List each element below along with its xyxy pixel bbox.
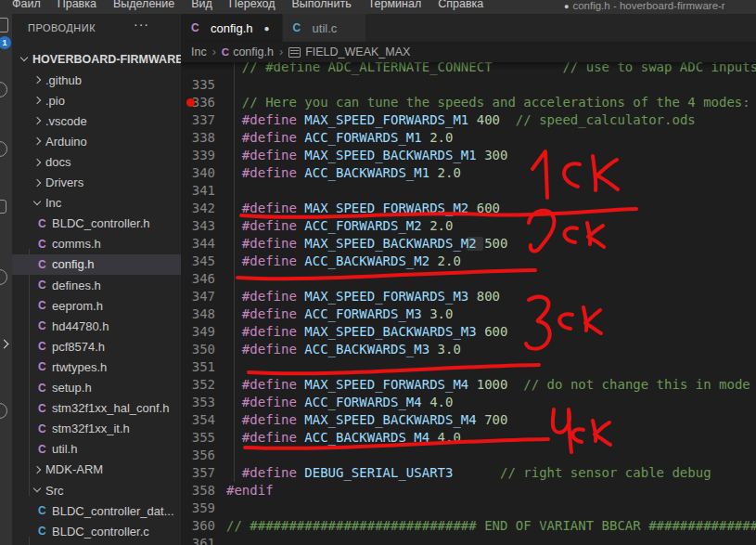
- code-token: #define: [226, 324, 297, 339]
- symbol-file-icon: C: [222, 46, 229, 58]
- tree-item[interactable]: C BLDC_controller_dat...: [12, 500, 181, 521]
- tree-item[interactable]: C stm32f1xx_it.h: [12, 419, 181, 439]
- code-line[interactable]: 345 #define ACC_BACKWARDS_M2 2.0: [181, 253, 756, 270]
- code-line[interactable]: 340 #define ACC_BACKWARDS_M1 2.0: [181, 164, 756, 182]
- editor-tab[interactable]: C util.c: [283, 14, 367, 42]
- chevron-right-icon[interactable]: [0, 339, 11, 350]
- explorer-sidebar: ПРОВОДНИК ··· HOVERBOARD-FIRMWARE... .gi…: [12, 14, 181, 545]
- code-line[interactable]: 341: [181, 182, 756, 200]
- tree-item[interactable]: C BLDC_controller.c: [12, 521, 181, 541]
- chevron-icon: [31, 156, 44, 169]
- code-line[interactable]: 343 #define ACC_FORWARDS_M2 2.0: [181, 217, 756, 235]
- code-line[interactable]: 359: [181, 500, 756, 517]
- code-line[interactable]: 355 #define ACC_BACKWARDS_M4 4.0: [181, 429, 756, 447]
- tree-item[interactable]: C eeprom.h: [12, 295, 181, 316]
- code-line[interactable]: 349 #define MAX_SPEED_BACKWARDS_M3 600: [181, 323, 756, 341]
- code-area[interactable]: // #define ADC_ALTERNATE_CONNECT // use …: [181, 62, 756, 545]
- code-line[interactable]: 344 #define MAX_SPEED_BACKWARDS_M2 500: [181, 235, 756, 253]
- tree-item[interactable]: C BLDC_controller.h: [12, 214, 181, 234]
- code-line[interactable]: 351: [181, 358, 756, 376]
- tree-item[interactable]: C pcf8574.h: [12, 336, 181, 357]
- modified-dot-icon[interactable]: ●: [264, 23, 272, 33]
- tree-item[interactable]: C setup.h: [12, 378, 181, 398]
- extensions-icon[interactable]: [0, 269, 7, 285]
- account-icon[interactable]: [0, 403, 7, 419]
- code-line[interactable]: 357 #define DEBUG_SERIAL_USART3 // right…: [181, 464, 756, 482]
- breadcrumb-item[interactable]: › C config.h: [207, 45, 274, 58]
- code-token: #define: [226, 306, 297, 321]
- tree-item[interactable]: C comms.h: [12, 234, 181, 254]
- menu-item[interactable]: Вид: [183, 0, 221, 13]
- menu-item[interactable]: Выделение: [105, 0, 183, 13]
- tree-item[interactable]: Arduino: [12, 131, 181, 151]
- tree-item[interactable]: docs: [12, 151, 181, 172]
- tree-item[interactable]: C hd44780.h: [12, 316, 181, 336]
- code-token: #define: [226, 112, 297, 127]
- tree-item[interactable]: Src: [12, 480, 181, 500]
- code-token: #define: [226, 395, 297, 409]
- code-line[interactable]: 358 #endif: [181, 482, 756, 500]
- tree-item[interactable]: Inc: [12, 193, 181, 214]
- code-line[interactable]: 342 #define MAX_SPEED_FORWARDS_M2 600: [181, 200, 756, 217]
- tree-item[interactable]: MDK-ARM: [12, 460, 181, 480]
- search-icon[interactable]: [0, 82, 7, 97]
- breadcrumb-item[interactable]: › FIELD_WEAK_MAX: [274, 45, 410, 58]
- tree-item-label: defines.h: [52, 279, 101, 292]
- more-actions-icon[interactable]: ···: [134, 17, 149, 32]
- code-line[interactable]: 361: [181, 535, 756, 545]
- code-line[interactable]: 337 #define MAX_SPEED_FORWARDS_M1 400 //…: [181, 111, 756, 129]
- tree-item-label: Src: [45, 484, 64, 498]
- tree-item[interactable]: C config.h: [12, 254, 181, 275]
- window-title: ●config.h - hoverboard-firmware-r: [564, 0, 725, 13]
- tree-item[interactable]: .github: [12, 70, 181, 90]
- code-text: #define DEBUG_SERIAL_USART3 // right sen…: [215, 464, 711, 482]
- tree-item[interactable]: .vscode: [12, 110, 181, 131]
- menu-item[interactable]: Правка: [49, 0, 105, 13]
- tree-item[interactable]: Drivers: [12, 173, 181, 193]
- cursor-ghost: [467, 237, 483, 251]
- code-line[interactable]: 336 // Here you can tune the speeds and …: [181, 94, 756, 111]
- code-token: DEBUG_SERIAL_USART3: [297, 465, 454, 480]
- source-control-icon[interactable]: [0, 141, 7, 157]
- code-line[interactable]: // #define ADC_ALTERNATE_CONNECT // use …: [181, 62, 756, 76]
- code-text: #define MAX_SPEED_BACKWARDS_M3 600: [215, 323, 507, 341]
- menu-bar: ФайлПравкаВыделениеВидПереходВыполнитьТе…: [4, 0, 492, 13]
- breakpoint-icon[interactable]: [186, 98, 195, 107]
- tree-item-label: Arduino: [45, 135, 87, 149]
- file-type-icon: C: [38, 422, 52, 435]
- code-line[interactable]: 360 // ############################# END…: [181, 517, 756, 535]
- tree-item[interactable]: C stm32f1xx_hal_conf.h: [12, 398, 181, 419]
- tree-item[interactable]: C defines.h: [12, 275, 181, 295]
- code-token: 2.0: [429, 253, 461, 268]
- code-token: MAX_SPEED_FORWARDS_M3: [297, 289, 468, 304]
- code-line[interactable]: 346: [181, 270, 756, 288]
- menu-item[interactable]: Переход: [221, 0, 284, 13]
- tree-item[interactable]: C util.h: [12, 439, 181, 460]
- menu-item[interactable]: Терминал: [360, 0, 430, 13]
- line-number: 354: [181, 411, 215, 429]
- code-line[interactable]: 350 #define ACC_BACKWARDS_M3 3.0: [181, 341, 756, 358]
- breadcrumb-item[interactable]: › Inc: [191, 45, 207, 58]
- code-line[interactable]: 352 #define MAX_SPEED_FORWARDS_M4 1000 /…: [181, 376, 756, 394]
- tree-item[interactable]: .pio: [12, 90, 181, 110]
- line-number: 341: [181, 182, 215, 200]
- tree-item[interactable]: C rtwtypes.h: [12, 357, 181, 377]
- code-text: [215, 358, 226, 376]
- menu-item[interactable]: Выполнить: [284, 0, 360, 13]
- code-line[interactable]: 354 #define MAX_SPEED_BACKWARDS_M4 700: [181, 411, 756, 429]
- run-debug-icon[interactable]: [0, 200, 6, 214]
- code-line[interactable]: 348 #define ACC_FORWARDS_M3 3.0: [181, 305, 756, 323]
- menu-item[interactable]: Справка: [429, 0, 492, 13]
- editor-tab[interactable]: C config.h ●: [181, 14, 283, 42]
- tree-item[interactable]: C bldc: [12, 541, 181, 545]
- tree-item-label: pcf8574.h: [52, 340, 105, 354]
- code-line[interactable]: 347 #define MAX_SPEED_FORWARDS_M3 800: [181, 288, 756, 305]
- code-line[interactable]: 338 #define ACC_FORWARDS_M1 2.0: [181, 129, 756, 147]
- code-line[interactable]: 335: [181, 76, 756, 94]
- explorer-icon[interactable]: [0, 18, 8, 32]
- code-line[interactable]: 353 #define ACC_FORWARDS_M4 4.0: [181, 394, 756, 411]
- tree-item[interactable]: HOVERBOARD-FIRMWARE...: [12, 49, 181, 70]
- menu-item[interactable]: Файл: [4, 0, 49, 13]
- code-line[interactable]: 339 #define MAX_SPEED_BACKWARDS_M1 300: [181, 147, 756, 164]
- code-line[interactable]: 356: [181, 447, 756, 464]
